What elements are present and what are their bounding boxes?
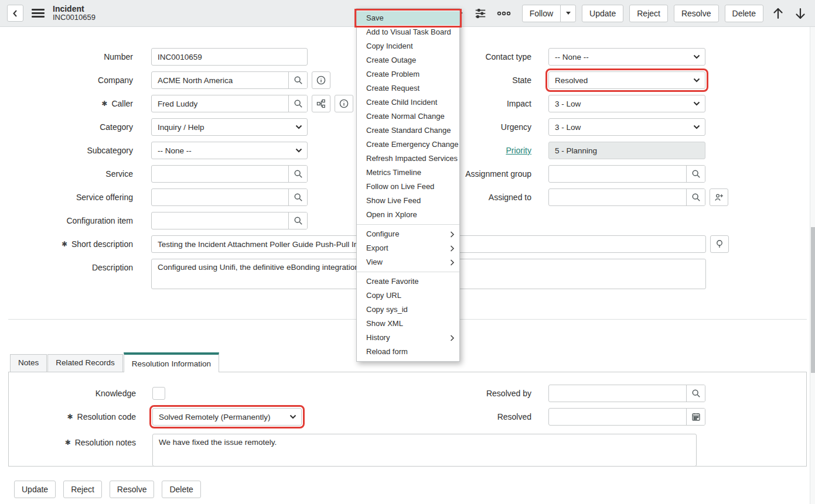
knowledge-checkbox[interactable] <box>152 387 165 400</box>
resolution-notes-textarea[interactable]: We have fixed the issue remotely. <box>152 434 697 467</box>
resolution-information-section: Knowledge ✱ Resolution code Solved Remot… <box>8 372 807 467</box>
resolved-by-lookup-button[interactable] <box>686 385 705 402</box>
resolved-date-picker-button[interactable] <box>686 409 705 425</box>
magnifier-icon <box>294 99 303 108</box>
magnifier-icon <box>294 76 303 85</box>
menu-item-reload-form[interactable]: Reload form <box>357 345 459 359</box>
record-type-label: Incident <box>53 4 96 13</box>
priority-readonly-field: 5 - Planning <box>548 142 705 159</box>
next-record-icon[interactable] <box>793 6 808 21</box>
assignment-group-lookup-button[interactable] <box>686 166 705 182</box>
company-lookup-button[interactable] <box>288 72 307 88</box>
context-menu-icon[interactable] <box>32 9 45 18</box>
delete-button-footer[interactable]: Delete <box>162 481 200 498</box>
caller-lookup-button[interactable] <box>288 95 307 112</box>
menu-item-open-in-xplore[interactable]: Open in Xplore <box>357 208 459 222</box>
delete-button[interactable]: Delete <box>725 5 763 22</box>
configuration-item-lookup-button[interactable] <box>288 212 307 229</box>
menu-item-create-emergency-change[interactable]: Create Emergency Change <box>357 138 459 152</box>
assign-to-me-button[interactable] <box>710 188 728 206</box>
resolve-button-footer[interactable]: Resolve <box>110 481 155 498</box>
menu-item-add-to-visual-task-board[interactable]: Add to Visual Task Board <box>357 25 459 39</box>
tab-related-records[interactable]: Related Records <box>47 354 123 372</box>
personalize-form-icon[interactable] <box>473 6 488 21</box>
chevron-down-icon <box>295 148 302 153</box>
configuration-item-input[interactable] <box>152 212 288 229</box>
menu-item-copy-sys-id[interactable]: Copy sys_id <box>357 303 459 317</box>
lightbulb-icon <box>715 239 724 249</box>
caller-hierarchy-button[interactable] <box>312 95 330 112</box>
previous-record-icon[interactable] <box>770 6 786 21</box>
menu-item-show-live-feed[interactable]: Show Live Feed <box>357 194 459 208</box>
menu-item-create-request[interactable]: Create Request <box>357 81 459 95</box>
menu-item-create-favorite[interactable]: Create Favorite <box>357 275 459 289</box>
menu-item-configure[interactable]: Configure <box>357 227 459 241</box>
urgency-select[interactable]: 3 - Low <box>548 118 705 136</box>
record-title: Incident INC0010659 <box>53 4 96 22</box>
menu-item-create-normal-change[interactable]: Create Normal Change <box>357 109 459 124</box>
menu-item-follow-on-live-feed[interactable]: Follow on Live Feed <box>357 180 459 194</box>
resolved-by-input[interactable] <box>549 385 686 402</box>
context-menu: Save Add to Visual Task Board Copy Incid… <box>356 8 460 362</box>
caller-info-button[interactable] <box>335 95 353 112</box>
assigned-to-input[interactable] <box>549 189 686 205</box>
resolved-field <box>548 408 705 426</box>
follow-button[interactable]: Follow <box>522 5 561 22</box>
resolution-code-select[interactable]: Solved Remotely (Permanently) <box>152 408 302 426</box>
follow-dropdown-button[interactable] <box>560 5 576 22</box>
company-input[interactable] <box>152 72 288 88</box>
reject-button-footer[interactable]: Reject <box>63 481 102 498</box>
tab-notes[interactable]: Notes <box>10 354 47 372</box>
category-select[interactable]: Inquiry / Help <box>151 118 308 136</box>
chevron-down-icon <box>693 125 700 129</box>
assigned-to-lookup-button[interactable] <box>686 189 705 205</box>
menu-item-history[interactable]: History <box>357 331 459 345</box>
resolution-code-label: ✱ Resolution code <box>9 408 136 426</box>
vertical-scrollbar[interactable] <box>810 27 815 504</box>
contact-type-select[interactable]: -- None -- <box>548 48 705 66</box>
menu-separator <box>357 272 459 272</box>
resolution-right-column: Resolved by Resolved <box>446 385 705 431</box>
caret-down-icon <box>565 11 571 15</box>
service-input[interactable] <box>152 166 288 182</box>
chevron-right-icon <box>450 231 455 238</box>
person-plus-icon <box>714 193 724 202</box>
service-offering-lookup-button[interactable] <box>288 189 307 205</box>
number-input[interactable] <box>151 48 308 66</box>
menu-item-create-standard-change[interactable]: Create Standard Change <box>357 124 459 138</box>
impact-select[interactable]: 3 - Low <box>548 95 705 112</box>
record-number: INC0010659 <box>53 13 96 22</box>
service-offering-input[interactable] <box>152 189 288 205</box>
menu-item-copy-incident[interactable]: Copy Incident <box>357 39 459 53</box>
subcategory-select[interactable]: -- None -- <box>151 142 308 159</box>
more-options-icon[interactable] <box>496 6 511 21</box>
priority-link[interactable]: Priority <box>506 142 531 159</box>
menu-item-create-outage[interactable]: Create Outage <box>357 53 459 67</box>
update-button[interactable]: Update <box>582 5 623 22</box>
resolve-button[interactable]: Resolve <box>674 5 719 22</box>
tab-resolution-information[interactable]: Resolution Information <box>124 352 219 372</box>
resolved-input[interactable] <box>549 409 686 425</box>
scrollbar-thumb[interactable] <box>811 227 815 373</box>
menu-item-copy-url[interactable]: Copy URL <box>357 289 459 303</box>
assignment-group-input[interactable] <box>549 166 686 182</box>
suggestion-button[interactable] <box>710 235 729 253</box>
menu-item-create-child-incident[interactable]: Create Child Incident <box>357 95 459 109</box>
category-label: Category <box>0 118 133 136</box>
reject-button[interactable]: Reject <box>629 5 668 22</box>
menu-item-export[interactable]: Export <box>357 241 459 255</box>
service-field <box>151 165 308 183</box>
back-button[interactable] <box>7 5 23 22</box>
menu-item-metrics-timeline[interactable]: Metrics Timeline <box>357 166 459 180</box>
update-button-footer[interactable]: Update <box>14 481 56 498</box>
menu-item-show-xml[interactable]: Show XML <box>357 317 459 331</box>
menu-item-create-problem[interactable]: Create Problem <box>357 67 459 81</box>
menu-separator <box>357 224 459 225</box>
company-info-button[interactable] <box>312 71 330 89</box>
menu-item-refresh-impacted-services[interactable]: Refresh Impacted Services <box>357 152 459 166</box>
menu-item-save[interactable]: Save <box>357 11 459 25</box>
service-lookup-button[interactable] <box>288 166 307 182</box>
menu-item-view[interactable]: View <box>357 255 459 269</box>
caller-input[interactable] <box>152 95 288 112</box>
state-select[interactable]: Resolved <box>548 71 705 89</box>
